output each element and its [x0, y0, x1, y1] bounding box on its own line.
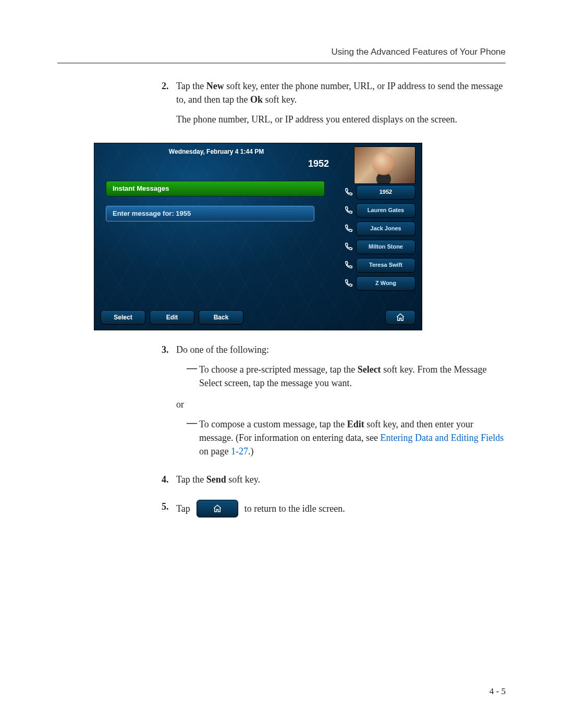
step-number: 2.	[162, 79, 176, 132]
contact-row: Milton Stone	[344, 240, 415, 254]
contact-button[interactable]: Jack Jones	[356, 221, 415, 236]
handset-icon	[344, 188, 353, 197]
step-4: 4. Tap the Send soft key.	[162, 473, 506, 492]
instant-messages-header: Instant Messages	[106, 181, 325, 196]
home-icon	[213, 504, 222, 513]
handset-icon	[344, 206, 353, 215]
back-softkey[interactable]: Back	[199, 310, 243, 325]
header-rule	[57, 63, 506, 64]
contact-row: Teresa Swift	[344, 258, 415, 273]
step-5-post: to return to the idle screen.	[244, 502, 345, 515]
step-3-intro: Do one of the following:	[176, 343, 506, 356]
step-5-pre: Tap	[176, 502, 190, 515]
contact-button[interactable]: Lauren Gates	[356, 203, 415, 218]
home-icon	[396, 313, 405, 322]
step-3: 3. Do one of the following: — To choose …	[162, 343, 506, 465]
step-2: 2. Tap the New soft key, enter the phone…	[162, 79, 506, 132]
select-softkey[interactable]: Select	[101, 310, 145, 325]
contact-row: Z Wong	[344, 276, 415, 291]
page-header: Using the Advanced Features of Your Phon…	[57, 47, 506, 57]
contact-row: 1952	[344, 185, 415, 200]
handset-icon	[344, 279, 353, 288]
step-3-option-b: — To compose a custom message, tap the E…	[187, 417, 506, 458]
phone-extension: 1952	[94, 157, 338, 170]
link-entering-data[interactable]: Entering Data and Editing Fields	[380, 433, 504, 443]
step-number: 3.	[162, 343, 176, 465]
step-4-text: Tap the Send soft key.	[176, 473, 506, 486]
home-softkey[interactable]	[385, 310, 415, 325]
contact-button[interactable]: Teresa Swift	[356, 258, 415, 273]
step-number: 4.	[162, 473, 176, 492]
handset-icon	[344, 224, 353, 233]
avatar	[354, 146, 415, 184]
contacts-list: 1952 Lauren Gates Jack Jones Milton Ston…	[344, 185, 415, 291]
step-3-or: or	[176, 398, 506, 411]
phone-screenshot: Wednesday, February 4 1:44 PM 1952 Insta…	[94, 143, 422, 330]
edit-softkey[interactable]: Edit	[150, 310, 194, 325]
step-5: 5. Tap to return to the idle screen.	[162, 500, 506, 517]
step-number: 5.	[162, 500, 176, 517]
page-number: 4 - 5	[489, 686, 506, 697]
softkey-bar: Select Edit Back	[101, 310, 415, 325]
handset-icon	[344, 242, 353, 252]
enter-message-field[interactable]: Enter message for: 1955	[106, 206, 314, 221]
step-2-line-1: Tap the New soft key, enter the phone nu…	[176, 79, 506, 106]
link-page-ref[interactable]: 1-27	[231, 446, 248, 456]
contact-row: Jack Jones	[344, 221, 415, 236]
contact-button[interactable]: 1952	[356, 185, 415, 200]
handset-icon	[344, 261, 353, 270]
contact-button[interactable]: Z Wong	[356, 276, 415, 291]
step-3-option-a: — To choose a pre-scripted message, tap …	[187, 363, 506, 390]
step-5-row: Tap to return to the idle screen.	[176, 500, 506, 517]
home-button-inline[interactable]	[197, 500, 238, 517]
step-2-line-2: The phone number, URL, or IP address you…	[176, 113, 506, 126]
phone-datetime: Wednesday, February 4 1:44 PM	[94, 147, 338, 156]
contact-row: Lauren Gates	[344, 203, 415, 218]
contact-button[interactable]: Milton Stone	[356, 240, 415, 254]
